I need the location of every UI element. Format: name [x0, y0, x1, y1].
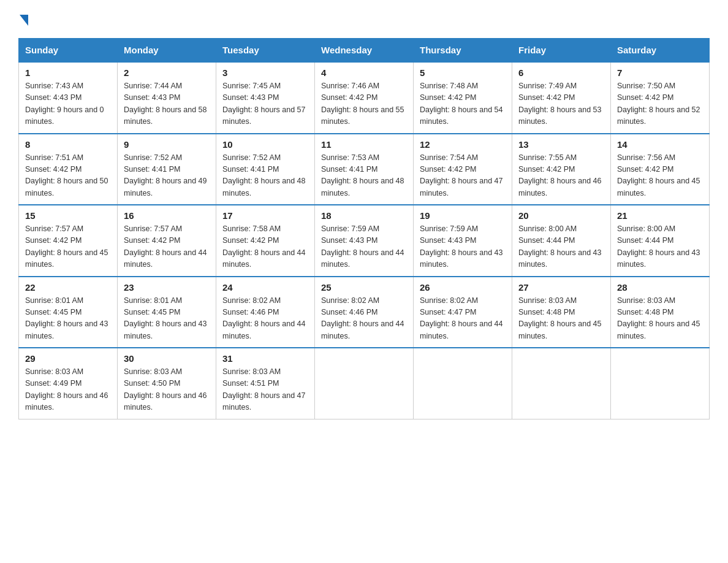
day-number: 8 — [25, 139, 111, 150]
calendar-cell: 31 Sunrise: 8:03 AMSunset: 4:51 PMDaylig… — [216, 348, 315, 419]
logo-arrow-icon — [20, 15, 28, 26]
calendar-cell: 3 Sunrise: 7:45 AMSunset: 4:43 PMDayligh… — [216, 62, 315, 134]
day-number: 17 — [222, 210, 308, 221]
calendar-table: SundayMondayTuesdayWednesdayThursdayFrid… — [18, 38, 710, 419]
calendar-cell: 12 Sunrise: 7:54 AMSunset: 4:42 PMDaylig… — [414, 134, 512, 205]
calendar-cell: 2 Sunrise: 7:44 AMSunset: 4:43 PMDayligh… — [118, 62, 216, 134]
calendar-week-row: 29 Sunrise: 8:03 AMSunset: 4:49 PMDaylig… — [19, 348, 710, 419]
day-number: 23 — [124, 282, 210, 293]
col-header-wednesday: Wednesday — [315, 39, 414, 63]
day-number: 5 — [420, 67, 506, 78]
calendar-cell: 28 Sunrise: 8:03 AMSunset: 4:48 PMDaylig… — [611, 277, 710, 348]
col-header-sunday: Sunday — [19, 39, 118, 63]
day-number: 9 — [124, 139, 210, 150]
page-header — [18, 12, 710, 26]
col-header-tuesday: Tuesday — [216, 39, 315, 63]
calendar-cell: 25 Sunrise: 8:02 AMSunset: 4:46 PMDaylig… — [315, 277, 414, 348]
day-number: 2 — [124, 67, 210, 78]
day-info: Sunrise: 7:56 AMSunset: 4:42 PMDaylight:… — [617, 153, 700, 197]
day-number: 21 — [617, 210, 703, 221]
calendar-cell: 5 Sunrise: 7:48 AMSunset: 4:42 PMDayligh… — [414, 62, 512, 134]
day-info: Sunrise: 8:01 AMSunset: 4:45 PMDaylight:… — [124, 296, 207, 340]
day-info: Sunrise: 7:54 AMSunset: 4:42 PMDaylight:… — [420, 153, 503, 197]
logo — [18, 12, 29, 26]
calendar-week-row: 15 Sunrise: 7:57 AMSunset: 4:42 PMDaylig… — [19, 205, 710, 277]
calendar-cell: 11 Sunrise: 7:53 AMSunset: 4:41 PMDaylig… — [315, 134, 414, 205]
calendar-cell: 23 Sunrise: 8:01 AMSunset: 4:45 PMDaylig… — [118, 277, 216, 348]
day-info: Sunrise: 7:57 AMSunset: 4:42 PMDaylight:… — [25, 224, 108, 269]
day-number: 13 — [518, 139, 604, 150]
day-number: 7 — [617, 67, 703, 78]
day-number: 19 — [420, 210, 506, 221]
calendar-cell: 26 Sunrise: 8:02 AMSunset: 4:47 PMDaylig… — [414, 277, 512, 348]
calendar-cell: 1 Sunrise: 7:43 AMSunset: 4:43 PMDayligh… — [19, 62, 118, 134]
day-number: 14 — [617, 139, 703, 150]
calendar-week-row: 8 Sunrise: 7:51 AMSunset: 4:42 PMDayligh… — [19, 134, 710, 205]
day-info: Sunrise: 7:49 AMSunset: 4:42 PMDaylight:… — [518, 82, 602, 126]
calendar-cell: 13 Sunrise: 7:55 AMSunset: 4:42 PMDaylig… — [512, 134, 611, 205]
calendar-cell: 7 Sunrise: 7:50 AMSunset: 4:42 PMDayligh… — [611, 62, 710, 134]
day-info: Sunrise: 8:02 AMSunset: 4:46 PMDaylight:… — [222, 296, 306, 340]
day-number: 26 — [420, 282, 506, 293]
day-info: Sunrise: 7:55 AMSunset: 4:42 PMDaylight:… — [518, 153, 602, 197]
day-number: 18 — [321, 210, 407, 221]
calendar-cell: 20 Sunrise: 8:00 AMSunset: 4:44 PMDaylig… — [512, 205, 611, 277]
calendar-cell — [414, 348, 512, 419]
day-number: 12 — [420, 139, 506, 150]
day-info: Sunrise: 8:03 AMSunset: 4:49 PMDaylight:… — [25, 367, 108, 412]
day-info: Sunrise: 7:43 AMSunset: 4:43 PMDaylight:… — [25, 82, 104, 126]
calendar-cell: 10 Sunrise: 7:52 AMSunset: 4:41 PMDaylig… — [216, 134, 315, 205]
day-info: Sunrise: 8:03 AMSunset: 4:51 PMDaylight:… — [222, 367, 306, 412]
day-number: 20 — [518, 210, 604, 221]
day-number: 30 — [124, 353, 210, 364]
day-number: 28 — [617, 282, 703, 293]
day-info: Sunrise: 7:51 AMSunset: 4:42 PMDaylight:… — [25, 153, 108, 197]
day-info: Sunrise: 7:52 AMSunset: 4:41 PMDaylight:… — [222, 153, 306, 197]
day-info: Sunrise: 7:48 AMSunset: 4:42 PMDaylight:… — [420, 82, 503, 126]
day-number: 24 — [222, 282, 308, 293]
calendar-cell: 6 Sunrise: 7:49 AMSunset: 4:42 PMDayligh… — [512, 62, 611, 134]
day-info: Sunrise: 7:45 AMSunset: 4:43 PMDaylight:… — [222, 82, 306, 126]
day-info: Sunrise: 7:50 AMSunset: 4:42 PMDaylight:… — [617, 82, 700, 126]
day-info: Sunrise: 8:02 AMSunset: 4:46 PMDaylight:… — [321, 296, 404, 340]
calendar-cell: 4 Sunrise: 7:46 AMSunset: 4:42 PMDayligh… — [315, 62, 414, 134]
calendar-cell: 14 Sunrise: 7:56 AMSunset: 4:42 PMDaylig… — [611, 134, 710, 205]
day-info: Sunrise: 7:57 AMSunset: 4:42 PMDaylight:… — [124, 224, 207, 269]
day-number: 31 — [222, 353, 308, 364]
calendar-cell — [315, 348, 414, 419]
day-number: 10 — [222, 139, 308, 150]
calendar-cell: 19 Sunrise: 7:59 AMSunset: 4:43 PMDaylig… — [414, 205, 512, 277]
calendar-cell: 17 Sunrise: 7:58 AMSunset: 4:42 PMDaylig… — [216, 205, 315, 277]
calendar-cell: 18 Sunrise: 7:59 AMSunset: 4:43 PMDaylig… — [315, 205, 414, 277]
day-info: Sunrise: 8:01 AMSunset: 4:45 PMDaylight:… — [25, 296, 108, 340]
day-info: Sunrise: 8:03 AMSunset: 4:48 PMDaylight:… — [617, 296, 700, 340]
calendar-cell: 21 Sunrise: 8:00 AMSunset: 4:44 PMDaylig… — [611, 205, 710, 277]
day-info: Sunrise: 7:53 AMSunset: 4:41 PMDaylight:… — [321, 153, 404, 197]
day-info: Sunrise: 7:52 AMSunset: 4:41 PMDaylight:… — [124, 153, 207, 197]
calendar-cell: 27 Sunrise: 8:03 AMSunset: 4:48 PMDaylig… — [512, 277, 611, 348]
day-number: 25 — [321, 282, 407, 293]
day-info: Sunrise: 7:44 AMSunset: 4:43 PMDaylight:… — [124, 82, 207, 126]
calendar-cell — [611, 348, 710, 419]
calendar-cell: 22 Sunrise: 8:01 AMSunset: 4:45 PMDaylig… — [19, 277, 118, 348]
col-header-monday: Monday — [118, 39, 216, 63]
day-number: 15 — [25, 210, 111, 221]
day-info: Sunrise: 8:00 AMSunset: 4:44 PMDaylight:… — [518, 224, 602, 269]
day-info: Sunrise: 7:46 AMSunset: 4:42 PMDaylight:… — [321, 82, 404, 126]
day-info: Sunrise: 7:59 AMSunset: 4:43 PMDaylight:… — [420, 224, 503, 269]
col-header-thursday: Thursday — [414, 39, 512, 63]
calendar-cell: 30 Sunrise: 8:03 AMSunset: 4:50 PMDaylig… — [118, 348, 216, 419]
calendar-header-row: SundayMondayTuesdayWednesdayThursdayFrid… — [19, 39, 710, 63]
day-number: 22 — [25, 282, 111, 293]
day-info: Sunrise: 7:58 AMSunset: 4:42 PMDaylight:… — [222, 224, 306, 269]
day-number: 29 — [25, 353, 111, 364]
calendar-week-row: 1 Sunrise: 7:43 AMSunset: 4:43 PMDayligh… — [19, 62, 710, 134]
day-info: Sunrise: 8:03 AMSunset: 4:48 PMDaylight:… — [518, 296, 602, 340]
day-number: 1 — [25, 67, 111, 78]
col-header-friday: Friday — [512, 39, 611, 63]
calendar-cell: 24 Sunrise: 8:02 AMSunset: 4:46 PMDaylig… — [216, 277, 315, 348]
day-info: Sunrise: 8:00 AMSunset: 4:44 PMDaylight:… — [617, 224, 700, 269]
day-number: 16 — [124, 210, 210, 221]
day-number: 4 — [321, 67, 407, 78]
day-info: Sunrise: 8:02 AMSunset: 4:47 PMDaylight:… — [420, 296, 503, 340]
